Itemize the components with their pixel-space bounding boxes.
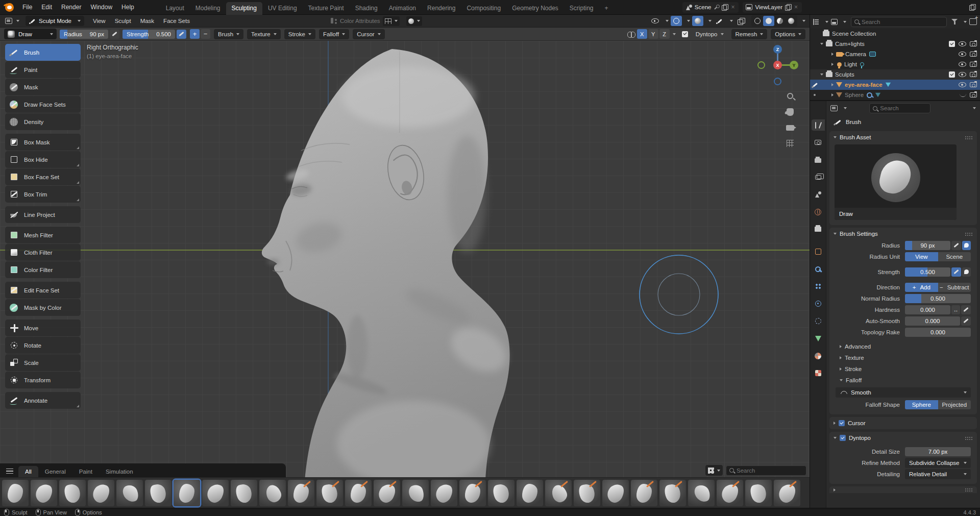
properties-search-input[interactable] [880, 105, 927, 111]
hide-eye-icon[interactable] [959, 41, 966, 46]
tab-scene[interactable] [812, 189, 825, 200]
outliner-row-scene-collection[interactable]: Scene Collection [810, 29, 980, 39]
tool-edit-face-set[interactable]: Edit Face Set [5, 282, 81, 299]
subpanel-texture[interactable]: Texture [829, 352, 977, 363]
brush-thumbnail[interactable] [602, 480, 629, 506]
tab-modifiers[interactable] [812, 263, 825, 275]
brush-thumbnail[interactable] [174, 480, 200, 506]
panel-brush-settings-header[interactable]: Brush Settings [829, 228, 977, 240]
tab-constraints[interactable] [812, 315, 825, 327]
brush-thumbnail[interactable] [517, 480, 543, 506]
mirror-y-button[interactable]: Y [648, 29, 658, 39]
falloff-shape-sphere[interactable]: Sphere [905, 400, 938, 409]
brush-thumbnail[interactable] [545, 480, 572, 506]
menu-render[interactable]: Render [57, 2, 86, 13]
disable-render-icon[interactable] [970, 72, 977, 77]
brush-thumbnail[interactable] [345, 480, 372, 506]
refine-method-dropdown[interactable]: Subdivide Collapse [905, 458, 971, 468]
tool-draw-face-sets[interactable]: Draw Face Sets [5, 96, 81, 113]
brush-thumbnail[interactable] [31, 480, 57, 506]
brush-thumbnail[interactable] [402, 480, 429, 506]
color-attributes-selector[interactable]: Color Attributes [331, 18, 389, 24]
mode-selector[interactable]: Sculpt Mode [26, 16, 84, 26]
brush-thumbnail[interactable] [717, 480, 743, 506]
panel-clipped[interactable] [829, 486, 977, 493]
color-palette-dropdown[interactable] [406, 16, 422, 26]
texture-popover[interactable]: Texture [247, 29, 281, 39]
menu-face-sets[interactable]: Face Sets [159, 16, 194, 26]
sculpt-mesh-head[interactable] [262, 49, 514, 487]
falloff-shape-projected[interactable]: Projected [938, 400, 971, 409]
outliner-row-eye-area-face[interactable]: eye-area-face [810, 80, 980, 90]
tab-output[interactable] [812, 154, 825, 165]
mirror-z-button[interactable]: Z [659, 29, 670, 39]
workspace-tab-modeling[interactable]: Modeling [190, 2, 226, 15]
subpanel-falloff[interactable]: Falloff [829, 375, 977, 386]
brush-thumbnail[interactable] [231, 480, 257, 506]
disable-render-icon[interactable] [970, 41, 977, 46]
xray-toggle-button[interactable] [692, 16, 703, 26]
brush-thumbnail[interactable] [2, 480, 29, 506]
show-overlays-button[interactable] [649, 16, 660, 26]
menu-edit[interactable]: Edit [37, 2, 57, 13]
outliner-row-sculpts[interactable]: Sculpts [810, 69, 980, 80]
workspace-tab-sculpting[interactable]: Sculpting [226, 2, 262, 15]
dyntopo-checkbox[interactable] [840, 435, 846, 441]
tool-annotate[interactable]: Annotate [5, 392, 81, 409]
normal-radius-slider[interactable]: 0.500 [905, 294, 971, 303]
disable-render-icon[interactable] [970, 62, 977, 67]
expand-icon[interactable] [831, 53, 834, 56]
auto-smooth-pressure-button[interactable] [961, 316, 971, 326]
panel-dyntopo-header[interactable]: Dyntopo [829, 432, 977, 444]
tool-move[interactable]: Move [5, 320, 81, 336]
tool-color-filter[interactable]: Color Filter [5, 261, 81, 278]
tool-box-trim[interactable]: Box Trim [5, 186, 81, 203]
brush-thumbnail[interactable] [288, 480, 314, 506]
remove-viewlayer-icon[interactable]: × [793, 4, 799, 11]
direction-subtract[interactable]: −Subtract [938, 283, 971, 292]
remesh-popover[interactable]: Remesh [731, 29, 768, 39]
tool-scale[interactable]: Scale [5, 354, 81, 371]
direction-add-button[interactable]: + [190, 29, 200, 39]
outliner-row-cam-lights[interactable]: Cam+lights [810, 39, 980, 49]
strength-pressure-button[interactable] [177, 30, 186, 39]
workspace-tab-geometry-nodes[interactable]: Geometry Nodes [506, 2, 564, 15]
outliner-row-light[interactable]: Light [810, 59, 980, 69]
brush-thumbnail[interactable] [659, 480, 686, 506]
cursor-checkbox[interactable] [839, 420, 845, 426]
brush-thumbnail[interactable] [202, 480, 229, 506]
expand-icon[interactable] [820, 73, 823, 76]
brush-thumbnail[interactable] [374, 480, 400, 506]
disable-render-icon[interactable] [970, 82, 977, 87]
detailing-dropdown[interactable]: Relative Detail [905, 469, 971, 479]
brush-thumbnail[interactable] [259, 480, 286, 506]
ortho-grid-icon[interactable] [785, 138, 795, 149]
radius-slider[interactable]: Radius 90 px [60, 30, 108, 39]
hide-eye-icon[interactable] [959, 72, 966, 77]
annotate-pen-button[interactable] [714, 16, 725, 26]
brush-thumbnail[interactable] [459, 480, 486, 506]
panel-grip-icon[interactable] [965, 232, 973, 236]
expand-icon[interactable] [831, 93, 834, 96]
disable-render-icon[interactable] [970, 92, 977, 97]
subpanel-advanced[interactable]: Advanced [829, 341, 977, 352]
workspace-tab-animation[interactable]: Animation [383, 2, 422, 15]
brush-size-unified-button[interactable] [962, 241, 971, 250]
stroke-popover[interactable]: Stroke [284, 29, 315, 39]
gizmo-axis-y[interactable]: Y [790, 61, 798, 69]
radius-slider[interactable]: 90 px [905, 241, 950, 250]
menu-view[interactable]: View [88, 16, 110, 26]
brush-thumbnail[interactable] [431, 480, 457, 506]
direction-add[interactable]: +Add [905, 283, 938, 292]
gizmo-axis-x[interactable]: X [773, 61, 782, 69]
tool-box-face-set[interactable]: Box Face Set [5, 168, 81, 185]
viewport-gizmos-button[interactable] [735, 16, 746, 26]
dyntopo-popover[interactable]: Dyntopo [692, 29, 728, 39]
navigation-gizmo[interactable]: Z Y X [757, 45, 798, 86]
shading-wireframe-button[interactable] [752, 16, 763, 26]
gizmo-axis-y-neg[interactable] [757, 61, 765, 69]
outliner-display-icon[interactable] [831, 19, 838, 25]
detail-size-field[interactable]: 7.00 px [905, 447, 971, 456]
brush-thumbnail[interactable] [145, 480, 172, 506]
shelf-tab-paint[interactable]: Paint [72, 466, 99, 477]
